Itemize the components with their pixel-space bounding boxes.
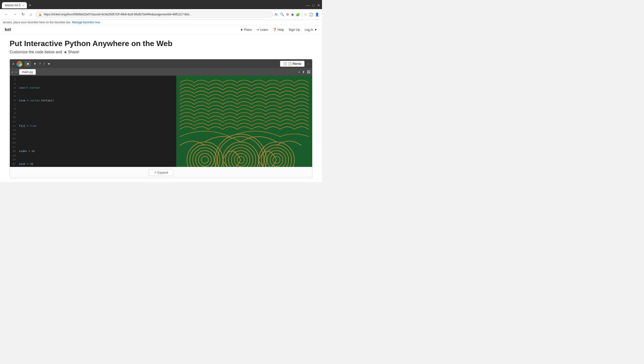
plans-nav-item[interactable]: ★ Plans — [240, 28, 252, 32]
trinket-logo — [16, 61, 22, 67]
next-file-button[interactable]: › — [15, 70, 16, 74]
upload-file-button[interactable]: ⬆ — [302, 70, 305, 74]
tab-close-button[interactable]: × — [22, 4, 24, 7]
ide-toolbar: ≡ ■ ▼ ? ⤴ ▼ 📋 📋 Remix → — [10, 59, 312, 68]
expand-bar: ↗ Expand — [10, 167, 312, 178]
remix-label: 📋 Remix — [288, 62, 302, 66]
hero-title: Put Interactive Python Anywhere on the W… — [10, 39, 312, 48]
refresh-button[interactable]: ↻ — [20, 11, 26, 18]
search-icon[interactable]: 🔍 — [280, 13, 284, 16]
ide-body: 1 2 3 4 5 6 7 8 9 10 11 12 13 14 — [10, 76, 312, 167]
remix-section: 📋 📋 Remix → — [280, 61, 310, 67]
signup-nav-item[interactable]: Sign Up — [289, 28, 300, 32]
extensions-icon[interactable]: 🧩 — [296, 13, 300, 16]
share-button[interactable]: ⤴ — [43, 62, 45, 66]
hamburger-menu-button[interactable]: ≡ — [12, 62, 14, 66]
hero-subtitle: Customize the code below and ◄ Share! — [10, 50, 312, 54]
output-canvas — [176, 76, 312, 167]
footer-note: Looking for the full power of Python 3? … — [10, 178, 312, 182]
ide-file-tabs: ‹ › main.py + ⬆ 🖼 — [10, 68, 312, 76]
share-text: ◄ Share! — [63, 50, 79, 54]
collections-icon[interactable]: 📋 — [309, 13, 313, 16]
code-content: 1 2 3 4 5 6 7 8 9 10 11 12 13 14 — [10, 76, 176, 167]
learn-nav-item[interactable]: ⇒ Learn — [256, 28, 268, 32]
manage-favorites-link[interactable]: Manage favorites now — [72, 21, 100, 24]
main-content: Put Interactive Python Anywhere on the W… — [0, 34, 322, 182]
image-file-button[interactable]: 🖼 — [307, 70, 310, 74]
site-header: ket ★ Plans ⇒ Learn ❓ Help Sign Up Log I… — [0, 25, 322, 34]
tab-bar: Islamic Art 5 × + — □ ✕ — [0, 0, 322, 9]
remix-icon: 📋 — [283, 62, 287, 66]
learn-label: ⇒ Learn — [256, 28, 268, 32]
profile-icon[interactable]: 👤 — [315, 13, 319, 16]
run-dropdown-button[interactable]: ▼ — [33, 62, 36, 66]
add-file-button[interactable]: + — [298, 70, 300, 74]
plans-label: ★ Plans — [240, 28, 252, 32]
window-controls: — □ ✕ — [306, 3, 320, 7]
forward-button[interactable]: → — [12, 11, 18, 18]
remix-button[interactable]: 📋 📋 Remix — [280, 61, 304, 67]
login-arrow-button[interactable]: → — [306, 62, 310, 66]
hero-subtitle-text: Customize the code below and — [10, 50, 62, 54]
favorites-bar: access, place your favorites here on the… — [0, 20, 322, 25]
site-logo: ket — [5, 27, 11, 32]
divider — [302, 12, 302, 17]
url-text: https://trinket.io/python/00b9be52e0?cla… — [44, 13, 270, 16]
close-window-button[interactable]: ✕ — [317, 3, 320, 7]
lock-icon: 🔒 — [38, 13, 42, 16]
back-button[interactable]: ← — [3, 11, 10, 18]
main-file-tab[interactable]: main.py — [19, 69, 36, 75]
turtle-art-svg — [176, 76, 312, 167]
read-aloud-icon[interactable]: A⃣ — [275, 13, 278, 16]
help-label: ❓ Help — [273, 28, 284, 32]
browser-settings-icon[interactable]: ⚙ — [286, 13, 289, 16]
login-label: Log In ▼ — [304, 28, 317, 32]
ide-toolbar-left: ≡ ■ ▼ ? ⤴ ▼ — [12, 61, 50, 67]
svg-rect-0 — [176, 76, 312, 167]
navigation-bar: ← → ↻ ⌂ 🔒 https://trinket.io/python/00b9… — [0, 9, 322, 20]
login-nav-item[interactable]: Log In ▼ — [304, 28, 317, 32]
line-numbers: 1 2 3 4 5 6 7 8 9 10 11 12 13 14 — [10, 76, 17, 167]
help-button[interactable]: ? — [39, 62, 41, 66]
edge-icon[interactable]: ◉ — [291, 13, 294, 16]
ide-container: ≡ ■ ▼ ? ⤴ ▼ 📋 📋 Remix → ‹ › main.py — [10, 59, 312, 178]
code-text[interactable]: import turtle tina = turtle.Turtle() fil… — [17, 76, 176, 167]
favorites-icon[interactable]: ☆ — [304, 13, 307, 16]
tab-actions: + ⬆ 🖼 — [298, 70, 310, 74]
expand-button[interactable]: ↗ Expand — [149, 169, 173, 176]
stop-button[interactable]: ■ — [25, 61, 31, 67]
tab-filename: main.py — [22, 70, 33, 74]
more-button[interactable]: ▼ — [47, 62, 50, 66]
help-nav-item[interactable]: ❓ Help — [273, 28, 284, 32]
new-tab-button[interactable]: + — [27, 3, 33, 8]
prev-file-button[interactable]: ‹ — [12, 70, 13, 74]
minimize-button[interactable]: — — [306, 3, 310, 7]
home-button[interactable]: ⌂ — [28, 11, 33, 18]
browser-toolbar-icons: A⃣ 🔍 ⚙ ◉ 🧩 ☆ 📋 👤 — [275, 12, 319, 17]
maximize-button[interactable]: □ — [312, 3, 314, 7]
tab-title: Islamic Art 5 — [5, 4, 20, 7]
address-bar[interactable]: 🔒 https://trinket.io/python/00b9be52e0?c… — [35, 12, 273, 17]
active-tab[interactable]: Islamic Art 5 × — [2, 2, 27, 9]
signup-label: Sign Up — [289, 28, 300, 32]
code-editor[interactable]: 1 2 3 4 5 6 7 8 9 10 11 12 13 14 — [10, 76, 176, 167]
favorites-hint-text: access, place your favorites here on the… — [3, 21, 71, 24]
